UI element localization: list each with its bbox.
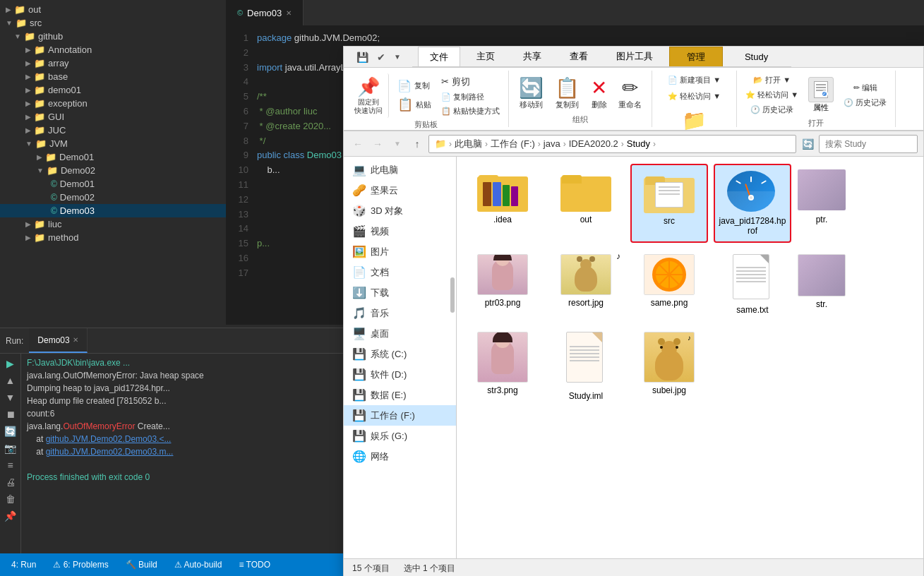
- history2-button[interactable]: 🕐 历史记录: [841, 96, 889, 109]
- nav-item-network[interactable]: 🌐 网络: [344, 446, 456, 467]
- tree-item-jvm[interactable]: ▼ 📁 JVM: [0, 137, 226, 150]
- ribbon-tab-study[interactable]: Study: [727, 47, 786, 66]
- easy-access-button[interactable]: ⭐ 轻松访问 ▼: [665, 90, 724, 103]
- run-up-button[interactable]: ▲: [4, 373, 17, 388]
- ribbon-tab-file[interactable]: 文件: [418, 47, 460, 66]
- path-study[interactable]: Study: [627, 138, 650, 149]
- ribbon-tab-manage[interactable]: 管理: [669, 47, 723, 66]
- search-input[interactable]: [819, 135, 918, 153]
- tree-item-src[interactable]: ▼ 📁 src: [0, 16, 226, 30]
- move-to-button[interactable]: 🔄 移动到: [515, 73, 548, 113]
- tree-item-github[interactable]: ▼ 📁 github: [0, 30, 226, 43]
- paste-shortcut-button[interactable]: 📋 粘贴快捷方式: [438, 104, 503, 118]
- file-item-same-txt[interactable]: same.txt: [714, 248, 791, 320]
- ribbon-tab-home[interactable]: 主页: [464, 47, 507, 66]
- file-item-ptr03[interactable]: ptr03.png: [464, 248, 541, 320]
- tree-item-gui[interactable]: ▶ 📁 GUI: [0, 110, 226, 124]
- file-item-out[interactable]: out: [547, 164, 625, 243]
- tree-item-out[interactable]: ▶ 📁 out: [0, 3, 226, 16]
- nav-item-video[interactable]: 🎬 视频: [344, 221, 456, 241]
- nav-item-pc[interactable]: 💻 此电脑: [344, 160, 456, 180]
- nav-item-jianguoyun[interactable]: 🥜 坚果云: [344, 180, 456, 200]
- address-path[interactable]: 📁 › 此电脑 › 工作台 (F:) › java › IDEA2020.2 ›…: [428, 135, 796, 153]
- tree-item-annotation[interactable]: ▶ 📁 Annotation: [0, 43, 226, 56]
- nav-item-f[interactable]: 💾 工作台 (F:): [344, 405, 456, 426]
- tree-item-demo02-file[interactable]: © Demo02: [0, 191, 226, 204]
- tree-item-demo02-sub[interactable]: ▼ 📁 Demo02: [0, 164, 226, 177]
- statusbar-problems[interactable]: ⚠ 6: Problems: [50, 560, 111, 570]
- ribbon-tab-share[interactable]: 共享: [511, 47, 553, 66]
- delete-button[interactable]: ✕ 删除: [587, 73, 611, 113]
- file-item-same-png[interactable]: same.png: [630, 248, 708, 320]
- file-item-src[interactable]: src: [630, 164, 708, 243]
- easy-access2-button[interactable]: ⭐ 轻松访问 ▼: [743, 88, 801, 102]
- tree-item-method[interactable]: ▶ 📁 method: [0, 231, 226, 244]
- copy-to-button[interactable]: 📋 复制到: [551, 73, 584, 113]
- cut-button[interactable]: ✂ 剪切: [438, 74, 503, 90]
- nav-item-e[interactable]: 💾 数据 (E:): [344, 385, 456, 405]
- run-filter-button[interactable]: ≡: [6, 458, 14, 472]
- nav-dropdown-button[interactable]: ▼: [389, 136, 406, 152]
- run-down-button[interactable]: ▼: [4, 390, 17, 404]
- tree-item-array[interactable]: ▶ 📁 array: [0, 56, 226, 70]
- ribbon-tab-view[interactable]: 查看: [558, 47, 600, 66]
- tree-item-exception[interactable]: ▶ 📁 exception: [0, 97, 226, 110]
- history-button[interactable]: 🕐 历史记录: [748, 103, 796, 116]
- tree-item-juc[interactable]: ▶ 📁 JUC: [0, 124, 226, 137]
- file-item-subei[interactable]: ♪ subei.jpg: [630, 326, 708, 407]
- copy-path-button[interactable]: 📄 复制路径: [438, 90, 503, 104]
- run-trash-button[interactable]: 🗑: [4, 492, 17, 506]
- edit-button[interactable]: ✏ 编辑: [851, 81, 880, 95]
- run-camera-button[interactable]: 📷: [3, 441, 18, 455]
- nav-item-downloads[interactable]: ⬇️ 下载: [344, 282, 456, 303]
- refresh-button[interactable]: 🔄: [799, 136, 816, 152]
- properties-button[interactable]: ✓ 属性: [804, 74, 838, 116]
- statusbar-run[interactable]: 4: Run: [8, 560, 39, 570]
- run-tab-demo03[interactable]: Demo03 ✕: [29, 328, 87, 353]
- statusbar-build[interactable]: 🔨 Build: [123, 560, 160, 570]
- rename-button[interactable]: ✏ 重命名: [614, 73, 646, 113]
- paste-button[interactable]: 📋 粘贴: [395, 95, 434, 114]
- statusbar-autobuild[interactable]: ⚠ Auto-build: [172, 560, 225, 570]
- nav-item-3d[interactable]: 🎲 3D 对象: [344, 200, 456, 221]
- tree-item-liuc[interactable]: ▶ 📁 liuc: [0, 217, 226, 231]
- nav-item-documents[interactable]: 📄 文档: [344, 262, 456, 282]
- path-pc[interactable]: 此电脑: [455, 138, 482, 150]
- ribbon-tab-picture-tools[interactable]: 图片工具: [604, 47, 665, 66]
- nav-item-c[interactable]: 💾 系统 (C:): [344, 344, 456, 364]
- run-play-button[interactable]: ▶: [5, 356, 16, 371]
- qa-save-button[interactable]: 💾: [354, 50, 371, 64]
- path-drive[interactable]: 工作台 (F:): [491, 138, 535, 150]
- nav-back-button[interactable]: ←: [349, 136, 366, 152]
- open-button[interactable]: 📂 打开 ▼: [750, 73, 793, 87]
- nav-up-button[interactable]: ↑: [409, 136, 426, 152]
- file-item-ptr-truncated[interactable]: ptr.: [797, 164, 846, 243]
- run-stop-button[interactable]: ⏹: [4, 407, 17, 421]
- file-item-hprof[interactable]: java_pid17284.hprof: [714, 164, 791, 243]
- path-java[interactable]: java: [544, 138, 560, 149]
- pin-button[interactable]: 📌 固定到快速访问: [349, 73, 389, 118]
- file-item-study-iml[interactable]: Study.iml: [547, 326, 625, 407]
- file-item-str3[interactable]: str3.png: [464, 326, 541, 407]
- statusbar-todo[interactable]: ≡ TODO: [236, 560, 273, 570]
- tree-item-demo03-file[interactable]: © Demo03: [0, 204, 226, 217]
- nav-item-desktop[interactable]: 🖥️ 桌面: [344, 323, 456, 344]
- run-print-button[interactable]: 🖨: [4, 475, 17, 489]
- nav-item-pictures[interactable]: 🖼️ 图片: [344, 241, 456, 262]
- editor-tab-demo03[interactable]: © Demo03 ✕: [226, 0, 304, 25]
- file-item-str-truncated[interactable]: str.: [797, 248, 846, 320]
- nav-item-d[interactable]: 💾 软件 (D:): [344, 364, 456, 385]
- nav-scrollbar[interactable]: [450, 277, 455, 313]
- nav-item-g[interactable]: 💾 娱乐 (G:): [344, 426, 456, 446]
- tree-item-demo01-sub[interactable]: ▶ 📁 Demo01: [0, 150, 226, 164]
- qa-dropdown-button[interactable]: ▼: [391, 52, 404, 62]
- qa-check-button[interactable]: ✔: [374, 50, 388, 64]
- copy-button[interactable]: 📄 复制: [395, 78, 434, 94]
- path-idea[interactable]: IDEA2020.2: [569, 138, 618, 149]
- run-pin-button[interactable]: 📌: [3, 509, 18, 523]
- new-item-button[interactable]: 📄 新建项目 ▼: [665, 73, 724, 87]
- file-item-resort[interactable]: ♪ resort.jpg: [547, 248, 625, 320]
- run-rerun-button[interactable]: 🔄: [3, 424, 18, 438]
- tree-item-demo01-file[interactable]: © Demo01: [0, 177, 226, 191]
- tree-item-demo01[interactable]: ▶ 📁 demo01: [0, 83, 226, 97]
